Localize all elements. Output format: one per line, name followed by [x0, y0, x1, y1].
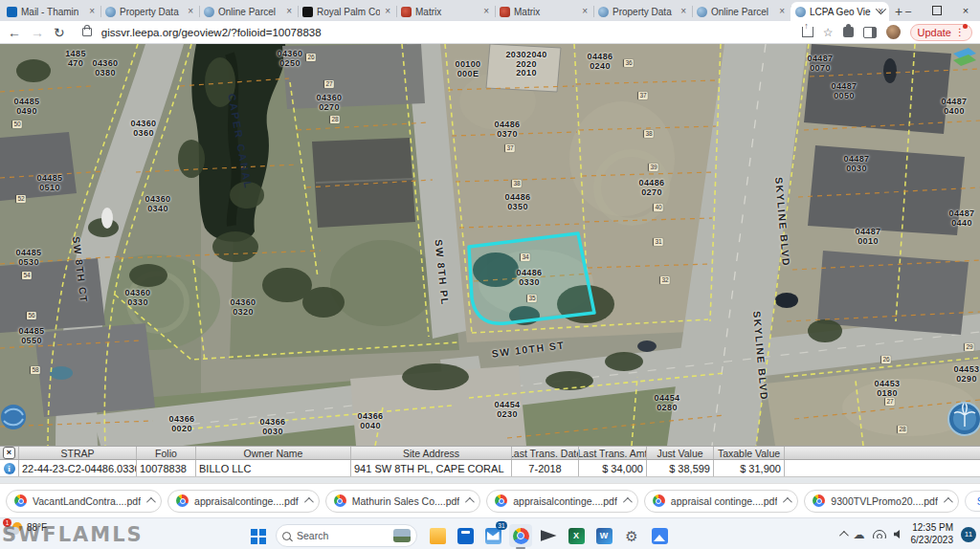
download-chip[interactable]: appraisalcontinge....pdf: [486, 490, 638, 513]
tab-favicon: [7, 7, 17, 17]
chip-chevron-icon[interactable]: [944, 497, 953, 507]
wifi-icon[interactable]: [873, 530, 886, 538]
table-header-cell[interactable]: Last Trans. Date: [512, 447, 579, 459]
parcel-label: 00100000E: [455, 60, 480, 78]
notification-count-badge[interactable]: 11: [961, 527, 976, 542]
profile-avatar[interactable]: [886, 25, 901, 39]
cell-site-address: 941 SW 8TH PL, CAPE CORAL: [351, 460, 512, 476]
browser-tab[interactable]: Matrix ×: [495, 2, 593, 21]
pdf-file-icon: [334, 494, 346, 507]
tab-favicon: [697, 7, 707, 17]
back-button[interactable]: ←: [8, 26, 21, 39]
tab-close-icon[interactable]: ×: [679, 7, 687, 16]
minimize-button[interactable]: –: [894, 0, 923, 21]
tab-close-icon[interactable]: ×: [285, 7, 293, 16]
tray-chevron-icon[interactable]: [838, 531, 848, 540]
weather-widget[interactable]: 1 88°F: [6, 521, 47, 537]
chip-chevron-icon[interactable]: [146, 497, 156, 507]
lot-number-badge: 36: [624, 59, 634, 67]
table-header-cell[interactable]: Just Value: [647, 447, 714, 459]
download-chip[interactable]: appraisal continge....pdf: [644, 490, 799, 513]
table-header-cell[interactable]: Owner Name: [196, 447, 351, 459]
taskbar-center: Search 31 X W: [251, 521, 671, 547]
browser-tab[interactable]: Online Parcel ×: [199, 2, 298, 21]
taskbar-search[interactable]: Search: [276, 524, 417, 547]
taskbar-app-icon[interactable]: 31: [481, 524, 504, 547]
tab-close-icon[interactable]: ×: [187, 7, 194, 16]
taskbar-app-icon[interactable]: [620, 524, 643, 547]
browser-tab[interactable]: Property Data ×: [100, 2, 199, 21]
taskbar-app-icon[interactable]: [509, 524, 532, 547]
download-chips: VacantLandContra....pdf appraisalconting…: [6, 490, 959, 513]
extensions-icon[interactable]: [843, 27, 854, 37]
browser-tab[interactable]: Online Parcel ×: [692, 2, 791, 21]
table-header-cell[interactable]: Taxable Value: [714, 447, 785, 459]
tab-favicon: [598, 7, 609, 17]
close-table-icon[interactable]: ×: [3, 447, 15, 459]
info-icon[interactable]: i: [4, 463, 15, 474]
download-chip[interactable]: Mathurin Sales Co....pdf: [325, 490, 481, 513]
share-icon[interactable]: [802, 27, 813, 37]
browser-tab[interactable]: Royal Palm Co ×: [298, 2, 396, 21]
chip-chevron-icon[interactable]: [623, 497, 633, 507]
taskbar-app-icon[interactable]: X: [565, 524, 588, 547]
taskbar-app-icon[interactable]: [454, 524, 477, 547]
clock[interactable]: 12:35 PM 6/23/2023: [911, 522, 954, 546]
table-close-cell[interactable]: ×: [0, 447, 19, 459]
start-button[interactable]: [251, 529, 267, 545]
parcel-label: 1485470: [65, 50, 86, 68]
chip-chevron-icon[interactable]: [465, 497, 475, 507]
tab-close-icon[interactable]: ×: [482, 7, 490, 16]
tab-label: Property Data: [612, 7, 676, 17]
side-panel-icon[interactable]: [863, 27, 877, 38]
table-header-cell[interactable]: Folio: [137, 447, 196, 459]
tab-close-icon[interactable]: ×: [384, 7, 391, 16]
parcel-label: 044530180: [874, 380, 900, 398]
download-chip[interactable]: appraisalcontinge....pdf: [167, 490, 320, 513]
reload-button[interactable]: ↻: [54, 26, 65, 39]
cell-taxable-value: $ 31,900: [714, 460, 785, 476]
update-button[interactable]: Update ⋮: [910, 24, 972, 41]
parcel-label: 044870070: [807, 55, 833, 73]
show-all-downloads-button[interactable]: Show all: [965, 491, 980, 512]
table-header-cell[interactable]: Site Address: [351, 447, 512, 459]
forward-button[interactable]: →: [31, 26, 44, 39]
chip-chevron-icon[interactable]: [304, 497, 314, 507]
browser-tab[interactable]: Matrix ×: [396, 2, 495, 21]
table-header-cell[interactable]: Last Trans. Amt: [579, 447, 647, 459]
tab-close-icon[interactable]: ×: [581, 7, 589, 16]
tab-close-icon[interactable]: ×: [778, 7, 786, 16]
gis-map[interactable]: 2627283738343536373839403132505254565826…: [0, 44, 980, 446]
lot-number-badge: 34: [521, 253, 530, 261]
taskbar-app-icon[interactable]: [426, 524, 449, 547]
download-chip[interactable]: 9300TVLPromo20....pdf: [804, 490, 959, 513]
taskbar-app-icon[interactable]: [648, 524, 671, 547]
download-chip[interactable]: VacantLandContra....pdf: [6, 490, 162, 513]
bookmark-star-icon[interactable]: ☆: [823, 26, 834, 39]
app-glyph: [652, 528, 668, 544]
parcel-label: 043660030: [259, 418, 285, 436]
lot-number-badge: 27: [885, 398, 895, 406]
table-row[interactable]: i 22-44-23-C2-04486.0330 10078838 BILLO …: [0, 460, 980, 477]
cell-last-trans-amt: $ 34,000: [579, 460, 647, 476]
taskbar-app-icon[interactable]: W: [592, 524, 615, 547]
browser-tab[interactable]: Property Data ×: [593, 2, 692, 21]
browser-tab[interactable]: Mail - Thamin ×: [2, 2, 100, 21]
parcel-label: 044530290: [953, 365, 979, 384]
close-button[interactable]: ×: [951, 0, 980, 21]
table-header-cell[interactable]: STRAP: [19, 447, 137, 459]
chip-chevron-icon[interactable]: [783, 497, 792, 507]
pdf-file-icon: [653, 494, 665, 507]
row-info-cell[interactable]: i: [0, 460, 19, 476]
update-alert-dot: [963, 24, 968, 29]
maximize-button[interactable]: [923, 0, 951, 21]
globe-control-icon[interactable]: [1, 405, 26, 429]
tab-search-icon[interactable]: [865, 0, 894, 21]
volume-icon[interactable]: [894, 530, 903, 539]
address-bar[interactable]: gissvr.leepa.org/geoview2/?folioid=10078…: [101, 27, 322, 38]
pdf-file-icon: [495, 494, 507, 507]
browser-toolbar: ← → ↻ gissvr.leepa.org/geoview2/?folioid…: [0, 21, 980, 44]
onedrive-icon[interactable]: ☁: [854, 529, 865, 540]
taskbar-app-icon[interactable]: [537, 524, 560, 547]
tab-close-icon[interactable]: ×: [88, 7, 96, 16]
